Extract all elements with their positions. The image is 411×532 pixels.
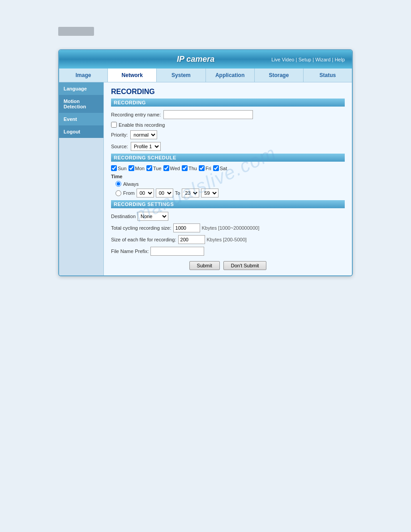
enable-checkbox[interactable]	[111, 122, 117, 128]
prefix-row: File Name Prefix:	[111, 247, 345, 256]
always-label: Always	[123, 181, 139, 187]
checkbox-mon[interactable]	[128, 165, 134, 171]
from-row: From 0001061218 00153045 To 2300061218 5…	[116, 189, 345, 197]
sidebar: Language Motion Detection Event Logout	[59, 82, 104, 275]
app-header: IP camera Live Video | Setup | Wizard | …	[59, 50, 352, 69]
source-label: Source:	[111, 144, 128, 149]
checkbox-thu[interactable]	[182, 165, 188, 171]
schedule-days: Sun Mon Tue Wed	[111, 165, 345, 171]
body-layout: Language Motion Detection Event Logout R…	[59, 82, 352, 275]
day-sat: Sat	[213, 165, 227, 171]
radio-always[interactable]	[116, 181, 121, 187]
label-thu: Thu	[188, 166, 197, 171]
cycling-label: Total cycling recording size:	[111, 225, 171, 231]
cycling-input[interactable]	[173, 223, 200, 232]
always-row: Always	[116, 181, 345, 187]
prefix-label: File Name Prefix:	[111, 249, 149, 254]
entry-name-row: Recording entry name:	[111, 110, 345, 119]
day-sun: Sun	[111, 165, 127, 171]
file-size-label: Size of each file for recording:	[111, 237, 176, 242]
label-mon: Mon	[135, 166, 145, 171]
label-fri: Fri	[206, 166, 211, 171]
day-mon: Mon	[128, 165, 145, 171]
sidebar-item-language[interactable]: Language	[59, 82, 103, 95]
nav-storage[interactable]: Storage	[255, 69, 304, 82]
schedule-section-header: RECORDING SCHEDULE	[111, 154, 345, 162]
day-fri: Fri	[199, 165, 211, 171]
wizard-link[interactable]: Wizard	[315, 57, 330, 62]
top-bar	[58, 27, 94, 36]
sidebar-item-motion-detection[interactable]: Motion Detection	[59, 95, 103, 113]
day-thu: Thu	[182, 165, 197, 171]
checkbox-wed[interactable]	[163, 165, 169, 171]
to-min-select[interactable]: 5900153045	[201, 189, 218, 197]
entry-name-label: Recording entry name:	[111, 112, 161, 117]
day-wed: Wed	[163, 165, 180, 171]
destination-select[interactable]: None SD Card NAS	[137, 212, 168, 221]
nav-network[interactable]: Network	[108, 69, 157, 82]
button-row: Submit Don't Submit	[111, 261, 345, 270]
page-title: RECORDING	[111, 88, 345, 96]
enable-row: Enable this recording	[111, 122, 345, 128]
label-tue: Tue	[153, 166, 162, 171]
entry-name-input[interactable]	[163, 110, 253, 119]
to-hour-select[interactable]: 2300061218	[182, 189, 199, 197]
checkbox-fri[interactable]	[199, 165, 205, 171]
from-min-select[interactable]: 00153045	[156, 189, 173, 197]
recording-section-header: RECORDING	[111, 99, 345, 107]
day-tue: Tue	[146, 165, 162, 171]
file-size-unit: Kbytes [200-5000]	[207, 237, 247, 242]
to-label: To	[175, 190, 180, 196]
file-size-row: Size of each file for recording: Kbytes …	[111, 235, 345, 244]
nav-bar: Image Network System Application Storage…	[59, 69, 352, 82]
enable-label: Enable this recording	[119, 122, 165, 128]
header-links[interactable]: Live Video | Setup | Wizard | Help	[271, 57, 345, 62]
destination-label: Destination	[111, 214, 136, 219]
sidebar-item-logout[interactable]: Logout	[59, 125, 103, 138]
nav-application[interactable]: Application	[206, 69, 255, 82]
radio-from[interactable]	[116, 190, 121, 196]
nav-status[interactable]: Status	[304, 69, 352, 82]
from-label: From	[123, 190, 135, 196]
help-link[interactable]: Help	[334, 57, 345, 62]
settings-section-header: RECORDING SETTINGS	[111, 200, 345, 208]
nav-image[interactable]: Image	[59, 69, 108, 82]
cycling-unit: Kbytes [1000~200000000]	[202, 225, 260, 231]
time-section: Time Always From 0001061218 00153045	[111, 174, 345, 197]
priority-label: Priority:	[111, 132, 128, 137]
from-hour-select[interactable]: 0001061218	[137, 189, 154, 197]
file-size-input[interactable]	[178, 235, 205, 244]
live-video-link[interactable]: Live Video	[271, 57, 294, 62]
source-row: Source: Profile 1 Profile 2 Profile 3	[111, 142, 345, 151]
cycling-row: Total cycling recording size: Kbytes [10…	[111, 223, 345, 232]
destination-row: Destination None SD Card NAS	[111, 212, 345, 221]
checkbox-tue[interactable]	[146, 165, 152, 171]
setup-link[interactable]: Setup	[298, 57, 311, 62]
submit-button[interactable]: Submit	[189, 261, 220, 270]
prefix-input[interactable]	[150, 247, 204, 256]
label-wed: Wed	[170, 166, 180, 171]
priority-select[interactable]: normal high low	[130, 130, 157, 139]
app-title: IP camera	[120, 55, 271, 64]
checkbox-sun[interactable]	[111, 165, 117, 171]
main-content: RECORDING RECORDING Recording entry name…	[104, 82, 352, 275]
source-select[interactable]: Profile 1 Profile 2 Profile 3	[131, 142, 161, 151]
label-sat: Sat	[220, 166, 227, 171]
label-sun: Sun	[118, 166, 127, 171]
dont-submit-button[interactable]: Don't Submit	[223, 261, 267, 270]
checkbox-sat[interactable]	[213, 165, 219, 171]
priority-row: Priority: normal high low	[111, 130, 345, 139]
sidebar-item-event[interactable]: Event	[59, 113, 103, 125]
nav-system[interactable]: System	[157, 69, 206, 82]
time-label: Time	[111, 174, 345, 179]
